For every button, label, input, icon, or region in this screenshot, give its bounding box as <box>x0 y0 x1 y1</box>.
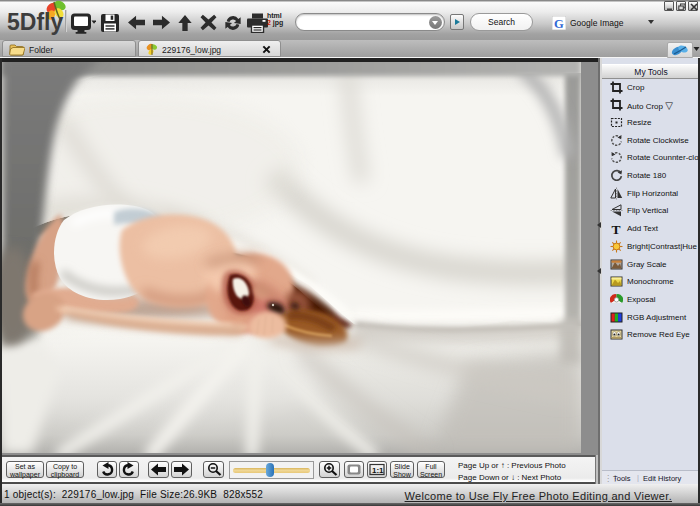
svg-text:G: G <box>554 16 564 30</box>
svg-text:T: T <box>612 222 621 235</box>
svg-text:1:1: 1:1 <box>372 466 384 475</box>
